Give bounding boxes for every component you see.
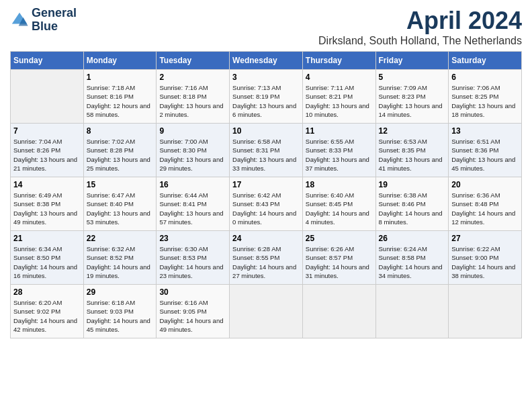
day-info: Sunrise: 7:13 AMSunset: 8:19 PMDaylight:…	[232, 83, 300, 119]
col-header-thursday: Thursday	[302, 52, 375, 70]
logo: General Blue	[10, 7, 77, 34]
calendar-cell: 6Sunrise: 7:06 AMSunset: 8:25 PMDaylight…	[449, 70, 522, 124]
day-info: Sunrise: 6:55 AMSunset: 8:33 PMDaylight:…	[306, 137, 373, 173]
calendar-cell: 12Sunrise: 6:53 AMSunset: 8:35 PMDayligh…	[375, 124, 449, 177]
page-header: General Blue April 2024 Dirksland, South…	[10, 7, 522, 47]
day-info: Sunrise: 6:32 AMSunset: 8:52 PMDaylight:…	[87, 244, 154, 280]
day-number: 19	[379, 180, 446, 189]
day-number: 6	[451, 73, 519, 82]
day-number: 26	[379, 234, 446, 243]
day-info: Sunrise: 6:51 AMSunset: 8:36 PMDaylight:…	[451, 137, 519, 173]
day-info: Sunrise: 6:26 AMSunset: 8:57 PMDaylight:…	[306, 244, 373, 280]
day-number: 23	[159, 234, 226, 243]
calendar-cell: 11Sunrise: 6:55 AMSunset: 8:33 PMDayligh…	[302, 124, 375, 177]
day-info: Sunrise: 6:49 AMSunset: 8:38 PMDaylight:…	[13, 191, 81, 226]
day-info: Sunrise: 6:38 AMSunset: 8:46 PMDaylight:…	[379, 191, 446, 226]
col-header-monday: Monday	[83, 52, 157, 70]
calendar-cell	[11, 70, 84, 124]
day-number: 3	[232, 73, 300, 82]
month-title: April 2024	[318, 7, 522, 35]
day-number: 5	[379, 73, 446, 82]
location-title: Dirksland, South Holland, The Netherland…	[318, 35, 522, 47]
day-number: 1	[87, 73, 154, 82]
day-info: Sunrise: 6:20 AMSunset: 9:02 PMDaylight:…	[13, 298, 81, 334]
day-info: Sunrise: 6:24 AMSunset: 8:58 PMDaylight:…	[379, 244, 446, 280]
day-number: 16	[159, 180, 226, 189]
calendar-cell: 7Sunrise: 7:04 AMSunset: 8:26 PMDaylight…	[11, 124, 84, 177]
day-number: 13	[451, 126, 519, 136]
day-info: Sunrise: 7:09 AMSunset: 8:23 PMDaylight:…	[379, 83, 446, 119]
day-info: Sunrise: 6:22 AMSunset: 9:00 PMDaylight:…	[451, 244, 519, 280]
calendar-cell: 4Sunrise: 7:11 AMSunset: 8:21 PMDaylight…	[302, 70, 375, 124]
calendar-cell: 27Sunrise: 6:22 AMSunset: 9:00 PMDayligh…	[449, 231, 522, 285]
calendar-cell: 29Sunrise: 6:18 AMSunset: 9:03 PMDayligh…	[83, 285, 157, 338]
day-info: Sunrise: 6:34 AMSunset: 8:50 PMDaylight:…	[13, 244, 81, 280]
calendar-cell: 2Sunrise: 7:16 AMSunset: 8:18 PMDaylight…	[157, 70, 230, 124]
calendar-week-row: 7Sunrise: 7:04 AMSunset: 8:26 PMDaylight…	[11, 124, 522, 177]
calendar-cell	[375, 285, 449, 338]
day-number: 2	[159, 73, 226, 82]
calendar-week-row: 21Sunrise: 6:34 AMSunset: 8:50 PMDayligh…	[11, 231, 522, 285]
day-number: 30	[159, 287, 226, 297]
calendar-cell: 30Sunrise: 6:16 AMSunset: 9:05 PMDayligh…	[157, 285, 230, 338]
col-header-saturday: Saturday	[449, 52, 522, 70]
day-info: Sunrise: 6:18 AMSunset: 9:03 PMDaylight:…	[87, 298, 154, 334]
day-info: Sunrise: 7:11 AMSunset: 8:21 PMDaylight:…	[306, 83, 373, 119]
calendar-header-row: SundayMondayTuesdayWednesdayThursdayFrid…	[11, 52, 522, 70]
day-number: 25	[306, 234, 373, 243]
calendar-cell: 14Sunrise: 6:49 AMSunset: 8:38 PMDayligh…	[11, 177, 84, 231]
calendar-cell: 28Sunrise: 6:20 AMSunset: 9:02 PMDayligh…	[11, 285, 84, 338]
calendar-week-row: 28Sunrise: 6:20 AMSunset: 9:02 PMDayligh…	[11, 285, 522, 338]
calendar-cell: 5Sunrise: 7:09 AMSunset: 8:23 PMDaylight…	[375, 70, 449, 124]
day-number: 4	[306, 73, 373, 82]
calendar-cell	[302, 285, 375, 338]
day-info: Sunrise: 7:04 AMSunset: 8:26 PMDaylight:…	[13, 137, 81, 173]
day-info: Sunrise: 6:53 AMSunset: 8:35 PMDaylight:…	[379, 137, 446, 173]
day-info: Sunrise: 6:58 AMSunset: 8:31 PMDaylight:…	[232, 137, 300, 173]
calendar-cell	[230, 285, 303, 338]
calendar-cell: 23Sunrise: 6:30 AMSunset: 8:53 PMDayligh…	[157, 231, 230, 285]
day-number: 12	[379, 126, 446, 136]
day-info: Sunrise: 7:18 AMSunset: 8:16 PMDaylight:…	[87, 83, 154, 119]
day-number: 8	[87, 126, 154, 136]
col-header-sunday: Sunday	[11, 52, 84, 70]
col-header-tuesday: Tuesday	[157, 52, 230, 70]
day-number: 27	[451, 234, 519, 243]
calendar-cell: 16Sunrise: 6:44 AMSunset: 8:41 PMDayligh…	[157, 177, 230, 231]
day-info: Sunrise: 7:06 AMSunset: 8:25 PMDaylight:…	[451, 83, 519, 119]
day-number: 15	[87, 180, 154, 189]
calendar-cell: 18Sunrise: 6:40 AMSunset: 8:45 PMDayligh…	[302, 177, 375, 231]
day-number: 20	[451, 180, 519, 189]
logo-text: General Blue	[32, 7, 77, 34]
day-info: Sunrise: 6:36 AMSunset: 8:48 PMDaylight:…	[451, 191, 519, 226]
day-info: Sunrise: 7:02 AMSunset: 8:28 PMDaylight:…	[87, 137, 154, 173]
calendar-cell: 10Sunrise: 6:58 AMSunset: 8:31 PMDayligh…	[230, 124, 303, 177]
calendar-cell: 13Sunrise: 6:51 AMSunset: 8:36 PMDayligh…	[449, 124, 522, 177]
day-number: 17	[232, 180, 300, 189]
day-info: Sunrise: 7:16 AMSunset: 8:18 PMDaylight:…	[159, 83, 226, 119]
day-info: Sunrise: 6:28 AMSunset: 8:55 PMDaylight:…	[232, 244, 300, 280]
day-number: 28	[13, 287, 81, 297]
calendar-table: SundayMondayTuesdayWednesdayThursdayFrid…	[10, 51, 522, 338]
calendar-cell: 8Sunrise: 7:02 AMSunset: 8:28 PMDaylight…	[83, 124, 157, 177]
day-number: 14	[13, 180, 81, 189]
day-number: 10	[232, 126, 300, 136]
day-info: Sunrise: 6:30 AMSunset: 8:53 PMDaylight:…	[159, 244, 226, 280]
calendar-cell: 9Sunrise: 7:00 AMSunset: 8:30 PMDaylight…	[157, 124, 230, 177]
day-number: 18	[306, 180, 373, 189]
day-info: Sunrise: 6:42 AMSunset: 8:43 PMDaylight:…	[232, 191, 300, 226]
calendar-cell: 21Sunrise: 6:34 AMSunset: 8:50 PMDayligh…	[11, 231, 84, 285]
day-info: Sunrise: 6:47 AMSunset: 8:40 PMDaylight:…	[87, 191, 154, 226]
day-number: 24	[232, 234, 300, 243]
calendar-week-row: 14Sunrise: 6:49 AMSunset: 8:38 PMDayligh…	[11, 177, 522, 231]
col-header-friday: Friday	[375, 52, 449, 70]
calendar-cell: 24Sunrise: 6:28 AMSunset: 8:55 PMDayligh…	[230, 231, 303, 285]
day-number: 29	[87, 287, 154, 297]
day-number: 21	[13, 234, 81, 243]
calendar-cell	[449, 285, 522, 338]
calendar-cell: 3Sunrise: 7:13 AMSunset: 8:19 PMDaylight…	[230, 70, 303, 124]
day-info: Sunrise: 6:16 AMSunset: 9:05 PMDaylight:…	[159, 298, 226, 334]
calendar-cell: 25Sunrise: 6:26 AMSunset: 8:57 PMDayligh…	[302, 231, 375, 285]
day-number: 7	[13, 126, 81, 136]
calendar-cell: 19Sunrise: 6:38 AMSunset: 8:46 PMDayligh…	[375, 177, 449, 231]
